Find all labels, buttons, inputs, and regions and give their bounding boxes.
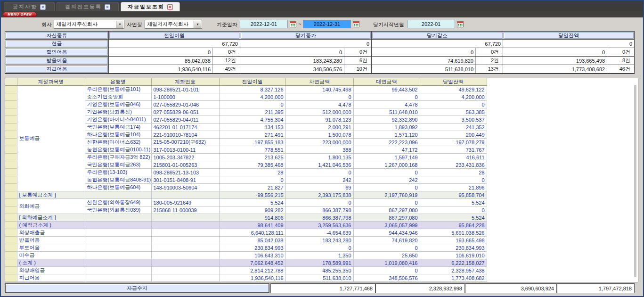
prev-carryover-cell[interactable]: 21,827 xyxy=(219,184,285,191)
debit-amount-cell[interactable]: 183,243,280 xyxy=(285,237,353,244)
credit-amount-cell[interactable]: 242 xyxy=(353,176,420,184)
bank-name-cell[interactable] xyxy=(85,191,151,199)
day-balance-cell[interactable]: 5,524 xyxy=(420,214,487,222)
prev-carryover-cell[interactable]: 7,062,648,452 xyxy=(219,259,285,267)
debit-amount-cell[interactable]: 91,078,123 xyxy=(285,116,353,124)
bank-name-cell[interactable]: 국민은행(외화통장039) xyxy=(85,206,151,214)
account-number-cell[interactable] xyxy=(151,222,219,229)
account-number-cell[interactable]: 221-910010-78104 xyxy=(151,131,219,139)
account-number-cell[interactable]: 180-005-921649 xyxy=(151,199,219,206)
day-balance-cell[interactable]: 0 xyxy=(420,101,487,108)
credit-amount-cell[interactable]: 0 xyxy=(353,169,420,176)
tab-funds-daily-report[interactable]: 자금일보조회 × xyxy=(121,2,180,11)
day-balance-cell[interactable]: 3,500,537 xyxy=(420,116,487,124)
row-selector[interactable] xyxy=(5,206,17,214)
row-selector[interactable] xyxy=(5,184,17,191)
account-number-cell[interactable] xyxy=(151,259,219,267)
debit-amount-cell[interactable]: 388 xyxy=(285,146,353,154)
row-selector[interactable] xyxy=(5,222,17,229)
debit-amount-cell[interactable]: 97,693,273 xyxy=(285,282,353,283)
bank-name-cell[interactable]: 신한은행(외화통장649) xyxy=(85,199,151,206)
row-selector[interactable] xyxy=(5,176,17,184)
account-number-cell[interactable]: 317-0013-0100-11 xyxy=(151,146,219,154)
debit-amount-cell[interactable]: 2,000,291 xyxy=(285,124,353,131)
account-name-cell[interactable]: ( 소계 ) xyxy=(17,259,85,267)
row-selector[interactable] xyxy=(5,116,17,124)
credit-amount-cell[interactable]: 0 xyxy=(353,267,420,274)
debit-amount-cell[interactable]: 3,259,563,636 xyxy=(285,222,353,229)
prev-carryover-cell[interactable]: 914,806 xyxy=(219,214,285,222)
row-selector[interactable] xyxy=(5,282,17,283)
bank-name-cell[interactable]: 기업은행(마이너스04011) xyxy=(85,116,151,124)
bank-name-cell[interactable] xyxy=(85,229,151,237)
account-number-cell[interactable] xyxy=(151,282,219,283)
bank-name-cell[interactable] xyxy=(85,222,151,229)
credit-amount-cell[interactable]: 222,223,096 xyxy=(353,139,420,146)
day-balance-cell[interactable]: 200,449 xyxy=(420,131,487,139)
day-balance-cell[interactable]: 49,629,122 xyxy=(420,86,487,93)
row-selector[interactable] xyxy=(5,154,17,161)
day-balance-cell[interactable]: 563,385 xyxy=(420,108,487,116)
account-number-cell[interactable]: 148-910003-50604 xyxy=(151,184,219,191)
row-selector[interactable] xyxy=(5,139,17,146)
account-number-cell[interactable] xyxy=(151,214,219,222)
credit-amount-cell[interactable]: 348,506,576 xyxy=(353,274,420,282)
credit-amount-cell[interactable]: 0 xyxy=(353,184,420,191)
bank-name-cell[interactable]: 하나은행(보통예금604) xyxy=(85,184,151,191)
row-selector[interactable] xyxy=(5,199,17,206)
table-row[interactable]: [ 외화예금소계 ]914,806866,387,798867,297,0805… xyxy=(5,214,487,222)
prev-carryover-cell[interactable]: -99,556,215 xyxy=(219,191,285,199)
day-balance-cell[interactable]: 193,665,498 xyxy=(420,237,487,244)
calendar-icon[interactable] xyxy=(290,21,296,27)
account-name-cell[interactable]: [ 외화예금소계 ] xyxy=(17,214,85,222)
bank-name-cell[interactable]: 기업은행(당좌통장) xyxy=(85,108,151,116)
calendar-icon[interactable] xyxy=(353,21,359,27)
credit-amount-cell[interactable]: 99,443,502 xyxy=(353,86,420,93)
base-date-to-input[interactable]: 2022-12-31 xyxy=(303,20,351,28)
prev-carryover-cell[interactable]: 79,385,468 xyxy=(219,161,285,169)
prev-carryover-cell[interactable]: 2,814,212,788 xyxy=(219,267,285,274)
credit-amount-cell[interactable]: 47,172 xyxy=(353,146,420,154)
day-balance-cell[interactable]: 21,896 xyxy=(420,184,487,191)
credit-amount-cell[interactable]: 867,297,080 xyxy=(353,214,420,222)
account-number-cell[interactable]: 215801-01-005263 xyxy=(151,161,219,169)
account-number-cell[interactable]: 027-055829-06-051 xyxy=(151,108,219,116)
grid-header-account[interactable]: 계정과목명 xyxy=(17,78,85,86)
chevron-down-icon[interactable]: ▼ xyxy=(194,21,201,28)
vertical-scrollbar[interactable] xyxy=(634,85,636,277)
account-number-cell[interactable]: 462201-01-017174 xyxy=(151,124,219,131)
day-balance-cell[interactable]: 731,767 xyxy=(420,146,487,154)
account-number-cell[interactable]: 215868-11-000039 xyxy=(151,206,219,214)
account-number-cell[interactable] xyxy=(151,252,219,259)
account-name-cell[interactable]: 부도어음 xyxy=(17,244,85,252)
credit-amount-cell[interactable]: 2,197,760,919 xyxy=(353,191,420,199)
table-row[interactable]: 외상매출금6,640,128,111-4,654,639944,434,9465… xyxy=(5,229,487,237)
prev-carryover-cell[interactable]: 213,625 xyxy=(219,154,285,161)
account-number-cell[interactable] xyxy=(151,244,219,252)
day-balance-cell[interactable]: 233,431,836 xyxy=(420,161,487,169)
row-selector[interactable] xyxy=(5,259,17,267)
row-selector[interactable] xyxy=(5,237,17,244)
debit-amount-cell[interactable]: 1,350 xyxy=(285,252,353,259)
prev-carryover-cell[interactable]: 28 xyxy=(219,169,285,176)
account-name-cell[interactable]: ( 예적금소계 ) xyxy=(17,222,85,229)
account-number-cell[interactable] xyxy=(151,237,219,244)
debit-amount-cell[interactable]: 1,421,046,536 xyxy=(285,161,353,169)
day-balance-cell[interactable]: 0 xyxy=(420,176,487,184)
credit-amount-cell[interactable]: 1,571,120 xyxy=(353,131,420,139)
day-balance-cell[interactable]: 5,524 xyxy=(420,199,487,206)
day-balance-cell[interactable]: 241,352 xyxy=(420,124,487,131)
grid-header-debit[interactable]: 차변금액 xyxy=(285,78,353,86)
table-row[interactable]: 미수금106,643,3101,35025,650106,619,010 xyxy=(5,252,487,259)
account-name-cell[interactable]: 보통예금 xyxy=(17,86,85,191)
day-balance-cell[interactable]: 1,773,408,682 xyxy=(420,274,487,282)
row-selector[interactable] xyxy=(5,229,17,237)
debit-amount-cell[interactable]: 140,745,498 xyxy=(285,86,353,93)
prev-carryover-cell[interactable]: 106,643,310 xyxy=(219,252,285,259)
grid-header-balance[interactable]: 당일잔액 xyxy=(420,78,487,86)
account-number-cell[interactable]: 098-286521-13-103 xyxy=(151,169,219,176)
bank-name-cell[interactable]: 농협은행(보통예금8408-91) xyxy=(85,176,151,184)
bank-name-cell[interactable]: 국민은행(보통예금174) xyxy=(85,124,151,131)
day-balance-cell[interactable]: 4,200,000 xyxy=(420,93,487,101)
site-select[interactable]: 제일저지주식회사 ▼ xyxy=(145,20,202,29)
